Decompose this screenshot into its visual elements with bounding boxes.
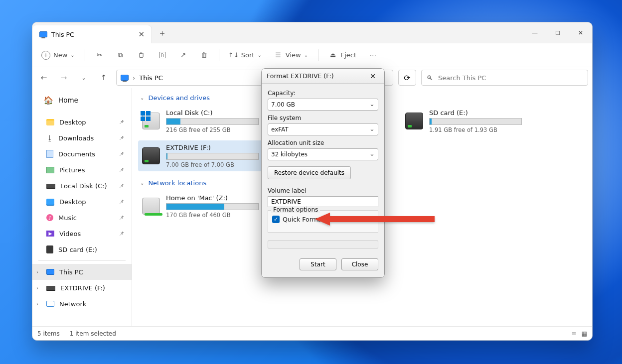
view-button[interactable]: ☰ View ⌄: [269, 46, 313, 64]
refresh-button[interactable]: ⟳: [398, 70, 416, 86]
more-button[interactable]: ⋯: [363, 46, 382, 64]
maximize-button[interactable]: ☐: [546, 22, 569, 43]
copy-button[interactable]: ⧉: [111, 46, 130, 64]
drive-item-z[interactable]: Home on 'Mac' (Z:) 170 GB free of 460 GB: [138, 191, 263, 222]
dialog-body: Capacity: 7.00 GB File system exFAT Allo…: [262, 84, 384, 252]
up-button[interactable]: ↑: [96, 70, 111, 85]
filesystem-select[interactable]: exFAT: [268, 123, 378, 135]
drive-info: Home on 'Mac' (Z:) 170 GB free of 460 GB: [166, 194, 259, 219]
pin-icon: 📌︎: [119, 198, 125, 205]
new-tab-button[interactable]: ＋: [152, 22, 172, 43]
forward-button[interactable]: →: [56, 70, 71, 85]
sidebar-item-network[interactable]: ›Network: [32, 296, 132, 312]
chevron-down-icon: ⌄: [257, 52, 261, 58]
group-label: Devices and drives: [148, 94, 210, 102]
chevron-right-icon[interactable]: ›: [36, 301, 38, 307]
drive-item-c[interactable]: Local Disk (C:) 216 GB free of 255 GB: [138, 106, 263, 136]
dialog-button-row: Start Close: [262, 252, 384, 277]
sidebar-item-desktop-2[interactable]: Desktop📌︎: [32, 194, 132, 210]
filesystem-label: File system: [268, 115, 378, 121]
sidebar-item-downloads[interactable]: ⭳Downloads📌︎: [32, 130, 132, 146]
details-view-icon[interactable]: ≡: [572, 330, 577, 337]
chevron-down-icon: ⌄: [140, 95, 144, 101]
dialog-titlebar[interactable]: Format EXTDRIVE (F:) ✕: [262, 69, 384, 84]
drive-name: EXTDRIVE (F:): [166, 144, 259, 151]
folder-icon: [46, 119, 54, 125]
capacity-value: 7.00 GB: [271, 101, 295, 108]
close-dialog-button[interactable]: ✕: [366, 71, 379, 82]
pin-icon: 📌︎: [119, 119, 125, 125]
capacity-select[interactable]: 7.00 GB: [268, 99, 378, 111]
drive-name: Home on 'Mac' (Z:): [166, 194, 259, 202]
eject-icon: ⏏: [328, 51, 337, 60]
sort-icon: ↑↓: [229, 51, 238, 60]
sidebar-item-pictures[interactable]: Pictures📌︎: [32, 162, 132, 178]
separator: [85, 49, 85, 61]
chevron-right-icon[interactable]: ›: [36, 285, 38, 291]
recent-locations-button[interactable]: ⌄: [76, 70, 91, 85]
drive-free: 170 GB free of 460 GB: [166, 212, 259, 219]
trash-icon: 🗑: [200, 51, 209, 60]
item-count: 5 items: [37, 330, 60, 337]
sd-card-icon: [46, 245, 53, 253]
drive-item-sd[interactable]: SD card (E:) 1.91 GB free of 1.93 GB: [401, 106, 526, 136]
navigation-pane: 🏠 Home Desktop📌︎ ⭳Downloads📌︎ Documents📌…: [32, 88, 132, 326]
eject-button[interactable]: ⏏ Eject: [323, 46, 361, 64]
drive-item-extdrive[interactable]: EXTDRIVE (F:) 7.00 GB free of 7.00 GB: [138, 140, 263, 171]
drive-free: 7.00 GB free of 7.00 GB: [166, 161, 259, 168]
restore-defaults-button[interactable]: Restore device defaults: [268, 166, 351, 179]
pin-icon: 📌︎: [119, 214, 125, 221]
sidebar-item-sd-card[interactable]: SD card (E:): [32, 242, 132, 257]
close-tab-icon[interactable]: ✕: [138, 30, 145, 39]
minimize-button[interactable]: —: [523, 22, 546, 43]
desktop-icon: [46, 199, 54, 205]
rename-button[interactable]: 🄰: [153, 46, 172, 64]
aus-label: Allocation unit size: [268, 139, 378, 146]
sidebar-item-home[interactable]: 🏠 Home: [32, 92, 132, 108]
new-button[interactable]: + New ⌄: [36, 46, 80, 64]
volume-label-input[interactable]: [268, 196, 378, 207]
drive-name: Local Disk (C:): [166, 109, 259, 117]
back-button[interactable]: ←: [36, 70, 51, 85]
tab-this-pc[interactable]: This PC ✕: [32, 25, 152, 43]
sidebar-item-documents[interactable]: Documents📌︎: [32, 146, 132, 162]
search-box[interactable]: 🔍︎ Search This PC: [421, 70, 588, 86]
sidebar-item-music[interactable]: ♪Music📌︎: [32, 210, 132, 226]
aus-select[interactable]: 32 kilobytes: [268, 148, 378, 160]
thumb-view-icon[interactable]: ▦: [582, 330, 587, 337]
search-placeholder: Search This PC: [438, 74, 486, 82]
breadcrumb-location[interactable]: This PC: [139, 74, 163, 82]
delete-button[interactable]: 🗑: [195, 46, 214, 64]
paste-button[interactable]: 📋︎: [132, 46, 151, 64]
new-label: New: [53, 51, 67, 59]
drive-icon: [405, 113, 423, 129]
clipboard-icon: 📋︎: [137, 51, 146, 60]
breadcrumb-separator: ›: [133, 74, 135, 82]
sidebar-item-extdrive[interactable]: ›EXTDRIVE (F:): [32, 280, 132, 296]
sidebar-label: Pictures: [59, 166, 85, 174]
view-label: View: [286, 51, 301, 59]
music-icon: ♪: [46, 214, 53, 221]
drive-icon: [142, 147, 160, 164]
close-window-button[interactable]: ✕: [569, 22, 592, 43]
this-pc-icon: [39, 31, 47, 37]
share-button[interactable]: ↗: [174, 46, 193, 64]
start-button[interactable]: Start: [300, 258, 336, 270]
video-icon: ▶: [46, 231, 54, 237]
sort-button[interactable]: ↑↓ Sort ⌄: [224, 46, 267, 64]
disk-icon: [46, 286, 55, 290]
sidebar-item-local-disk[interactable]: Local Disk (C:)📌︎: [32, 178, 132, 194]
chevron-right-icon[interactable]: ›: [36, 269, 38, 275]
sidebar-item-desktop[interactable]: Desktop📌︎: [32, 114, 132, 130]
sidebar-item-videos[interactable]: ▶Videos📌︎: [32, 226, 132, 242]
format-dialog: Format EXTDRIVE (F:) ✕ Capacity: 7.00 GB…: [261, 68, 385, 278]
separator: [318, 49, 318, 61]
quick-format-checkbox[interactable]: ✓ Quick Format: [272, 216, 374, 223]
close-button[interactable]: Close: [341, 258, 378, 270]
cut-button[interactable]: ✂: [90, 46, 109, 64]
home-icon: 🏠: [43, 96, 53, 105]
sidebar-item-this-pc[interactable]: ›This PC: [32, 264, 132, 280]
aus-value: 32 kilobytes: [271, 151, 308, 158]
chevron-down-icon: ⌄: [140, 180, 144, 186]
checkbox-checked-icon: ✓: [272, 216, 280, 223]
